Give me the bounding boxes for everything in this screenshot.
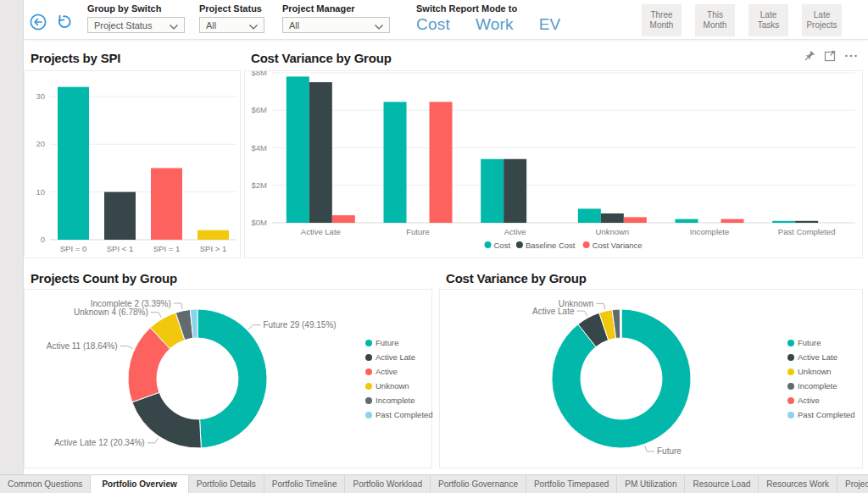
legend-dot-cost-variance[interactable]: [583, 241, 590, 248]
legend-dot: [787, 412, 794, 418]
bar-spi-0[interactable]: [58, 87, 89, 240]
legend-item-active-late[interactable]: Active Late: [787, 350, 855, 364]
slice-future[interactable]: [198, 309, 267, 448]
back-button[interactable]: [28, 12, 48, 32]
legend-item-incomplete[interactable]: Incomplete: [365, 393, 433, 407]
quick-filter-button-this-month[interactable]: This Month: [695, 4, 735, 36]
callout-line: [120, 346, 133, 349]
x-category-label: Active: [504, 227, 526, 236]
legend-item-past-completed[interactable]: Past Completed: [787, 407, 855, 422]
legend-label: Unknown: [798, 367, 832, 376]
visual-title: Projects by SPI: [31, 51, 120, 65]
donut-legend: FutureActive LateUnknownIncompleteActive…: [787, 335, 855, 422]
slice-past-completed[interactable]: [620, 309, 621, 338]
legend-item-active-late[interactable]: Active Late: [365, 350, 433, 364]
bar-incomplete-cost[interactable]: [676, 219, 698, 223]
bar-past-completed-cost[interactable]: [772, 221, 795, 223]
legend-label-cost[interactable]: Cost: [494, 241, 511, 250]
tab-portfolio-workload[interactable]: Portfolio Workload: [345, 475, 431, 493]
project-status-dropdown[interactable]: All: [199, 17, 264, 33]
chevron-down-icon: [169, 24, 179, 30]
tab-projects-work[interactable]: Projects Work: [837, 475, 868, 493]
visual-title: Projects Count by Group: [31, 271, 177, 285]
legend-label-cost-variance[interactable]: Cost Variance: [593, 241, 643, 250]
filter-label: Group by Switch: [87, 3, 185, 14]
legend-label: Active Late: [798, 352, 837, 362]
group-by-switch-dropdown[interactable]: Project Status: [87, 17, 185, 33]
tab-pm-utilization[interactable]: PM Utilization: [617, 475, 685, 493]
bar-unknown-cost[interactable]: [578, 208, 601, 223]
x-category-label: Incomplete: [690, 227, 729, 236]
legend-label: Incomplete: [376, 396, 415, 405]
legend-item-future[interactable]: Future: [365, 335, 433, 350]
bar-active-cost[interactable]: [481, 159, 504, 223]
bar-spi-1[interactable]: [104, 192, 136, 240]
legend-item-future[interactable]: Future: [787, 335, 855, 350]
bar-spi-1[interactable]: [151, 168, 182, 240]
quick-filter-button-late-tasks[interactable]: Late Tasks: [748, 4, 788, 36]
legend-label: Active: [376, 367, 398, 376]
dropdown-value: All: [289, 20, 299, 30]
legend-item-active[interactable]: Active: [365, 364, 433, 379]
y-tick-label: 20: [36, 139, 45, 148]
filter-label: Project Manager: [282, 3, 390, 14]
visual-cost-variance-donut: Cost Variance by Group FutureActive Late…: [439, 267, 863, 468]
bar-active-late-baseline-cost[interactable]: [309, 82, 332, 223]
tab-resources-work[interactable]: Resources Work: [759, 475, 837, 493]
collapsed-nav-rail: [0, 0, 24, 474]
legend-dot-cost[interactable]: [485, 241, 492, 248]
projects-by-spi-bar-chart: 0102030SPI = 0SPI < 1SPI = 1SPI > 1: [24, 70, 241, 258]
tab-portfolio-governance[interactable]: Portfolio Governance: [431, 475, 526, 493]
more-options-icon[interactable]: [844, 49, 858, 62]
dropdown-value: Project Status: [94, 20, 152, 30]
legend-label: Active: [798, 396, 820, 405]
legend-item-active[interactable]: Active: [787, 393, 855, 407]
bar-future-cost[interactable]: [384, 102, 407, 223]
quick-filter-button-three-month[interactable]: Three Month: [642, 4, 682, 36]
legend-label-baseline-cost[interactable]: Baseline Cost: [526, 241, 576, 250]
bar-active-late-cost[interactable]: [287, 76, 309, 223]
legend-dot: [365, 354, 372, 361]
callout-line: [248, 325, 260, 330]
visual-projects-by-spi: Projects by SPI 0102030SPI = 0SPI < 1SPI…: [24, 47, 241, 258]
tab-portfolio-timepased[interactable]: Portfolio Timepased: [526, 475, 617, 493]
quick-filter-button-late-projects[interactable]: Late Projects: [802, 4, 842, 36]
bar-active-baseline-cost[interactable]: [504, 159, 526, 223]
project-manager-dropdown[interactable]: All: [282, 17, 390, 33]
report-mode-work[interactable]: Work: [476, 15, 514, 34]
bar-active-late-cost-variance[interactable]: [332, 215, 355, 223]
y-tick-label: $8M: [252, 70, 268, 77]
bar-incomplete-cost-variance[interactable]: [721, 219, 744, 223]
undo-button[interactable]: [53, 12, 73, 32]
legend-dot-baseline-cost[interactable]: [516, 241, 523, 248]
legend-item-unknown[interactable]: Unknown: [365, 379, 433, 393]
legend-item-unknown[interactable]: Unknown: [787, 364, 855, 379]
slice-callout-label: Future: [657, 446, 682, 456]
report-mode-ev[interactable]: EV: [539, 15, 561, 34]
bar-spi-1[interactable]: [198, 230, 229, 240]
tab-portfolio-details[interactable]: Portfolio Details: [189, 475, 264, 493]
legend-dot: [365, 397, 372, 404]
bar-past-completed-baseline-cost[interactable]: [795, 221, 818, 223]
bar-future-cost-variance[interactable]: [430, 102, 453, 223]
legend-label: Active Late: [376, 352, 415, 362]
tab-common-questions[interactable]: Common Questions: [0, 475, 91, 493]
filter-group-by-switch: Group by Switch Project Status: [87, 3, 185, 33]
x-category-label: Future: [406, 227, 429, 236]
pin-icon[interactable]: [804, 49, 816, 62]
report-mode-cost[interactable]: Cost: [416, 15, 450, 34]
tab-portfolio-timeline[interactable]: Portfolio Timeline: [264, 475, 346, 493]
bar-unknown-cost-variance[interactable]: [624, 217, 647, 223]
legend-dot: [365, 368, 372, 375]
page-tab-bar: Common QuestionsPortfolio OverviewPortfo…: [0, 474, 868, 493]
legend-dot: [787, 397, 794, 404]
legend-item-past-completed[interactable]: Past Completed: [365, 407, 433, 422]
legend-item-incomplete[interactable]: Incomplete: [787, 379, 855, 393]
bar-unknown-baseline-cost[interactable]: [601, 213, 624, 223]
callout-line: [147, 438, 159, 443]
focus-mode-icon[interactable]: [824, 49, 837, 62]
tab-portfolio-overview[interactable]: Portfolio Overview: [91, 475, 188, 493]
x-category-label: SPI = 0: [60, 244, 86, 253]
tab-resource-load[interactable]: Resource Load: [685, 475, 759, 493]
legend-dot: [787, 354, 794, 361]
